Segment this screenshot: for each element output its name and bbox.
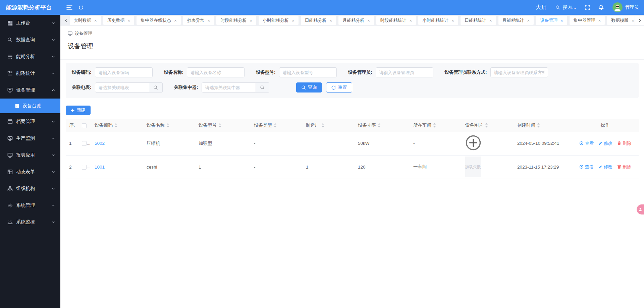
row-index: 2 <box>66 155 81 179</box>
related-concentrator-select[interactable] <box>202 82 256 93</box>
sidebar-item-energy-analysis[interactable]: 能耗分析 <box>0 48 60 65</box>
sort-icon[interactable] <box>274 123 277 128</box>
notification-bell-icon[interactable] <box>599 5 604 10</box>
tab-day-energy-stats[interactable]: 日能耗统计× <box>461 16 496 25</box>
global-search[interactable]: 搜索... <box>555 4 576 10</box>
col-header-device-image[interactable]: 设备图片 <box>465 119 517 132</box>
close-tab-icon[interactable]: × <box>94 18 97 23</box>
menu-collapse-icon[interactable] <box>66 5 72 10</box>
device-name-input[interactable] <box>187 67 245 77</box>
close-tab-icon[interactable]: × <box>410 18 412 23</box>
device-model-input[interactable] <box>279 67 337 77</box>
close-tab-icon[interactable]: × <box>598 18 601 23</box>
sort-icon[interactable] <box>433 123 436 128</box>
sidebar-item-organization[interactable]: 组织机构 <box>0 180 60 197</box>
tab-data-template[interactable]: 数据模版× <box>607 16 635 25</box>
edit-button[interactable]: 修改 <box>598 164 612 170</box>
sort-icon[interactable] <box>485 123 488 128</box>
tab-concentrator-mgmt[interactable]: 集中器管理× <box>570 16 605 25</box>
sort-icon[interactable] <box>537 123 540 128</box>
refresh-icon[interactable] <box>78 5 84 10</box>
row-checkbox[interactable] <box>82 165 87 170</box>
sidebar-item-production-monitor[interactable]: 生产监测 <box>0 130 60 147</box>
sort-icon[interactable] <box>378 123 381 128</box>
col-header-device-power[interactable]: 设备功率 <box>357 119 413 132</box>
sidebar-item-workbench[interactable]: 工作台 <box>0 15 60 32</box>
tab-hour-energy-stats[interactable]: 小时能耗统计× <box>418 16 458 25</box>
filter-device-admin-contact: 设备管理员联系方式: <box>445 67 548 77</box>
related-meter-select[interactable] <box>95 82 149 93</box>
image-add-icon[interactable] <box>465 135 481 151</box>
sort-icon[interactable] <box>321 123 324 128</box>
col-header-device-code[interactable]: 设备编码 <box>94 119 146 132</box>
tab-hour-energy-analysis[interactable]: 小时能耗分析× <box>259 16 299 25</box>
tab-realtime-data[interactable]: 实时数据× <box>70 16 101 25</box>
sidebar-item-dynamic-form[interactable]: 动态表单 <box>0 164 60 180</box>
tab-history-data[interactable]: 历史数据× <box>103 16 135 25</box>
floating-widget[interactable] <box>637 204 644 214</box>
sort-icon[interactable] <box>218 123 221 128</box>
close-tab-icon[interactable]: × <box>560 18 563 23</box>
col-header-workshop[interactable]: 所在车间 <box>413 119 465 132</box>
close-tab-icon[interactable]: × <box>367 18 370 23</box>
close-tab-icon[interactable]: × <box>489 18 492 23</box>
query-button[interactable]: 查询 <box>296 82 322 93</box>
view-button[interactable]: 查看 <box>579 140 594 146</box>
tab-day-energy-analysis[interactable]: 日能耗分析× <box>301 16 336 25</box>
col-header-device-type[interactable]: 设备类型 <box>253 119 305 132</box>
device-code-input[interactable] <box>95 67 153 77</box>
col-header-device-name[interactable]: 设备名称 <box>146 119 198 132</box>
close-tab-icon[interactable]: × <box>527 18 530 23</box>
create-button[interactable]: 新建 <box>66 106 91 115</box>
close-tab-icon[interactable]: × <box>128 18 130 23</box>
device-admin-input[interactable] <box>376 67 433 77</box>
sidebar-item-system-monitor[interactable]: 系统监控 <box>0 214 60 231</box>
col-header-manufacturer[interactable]: 制造厂 <box>305 119 357 132</box>
tabs-scroll-right-icon[interactable] <box>635 16 644 25</box>
view-button[interactable]: 查看 <box>579 164 594 170</box>
tab-month-energy-analysis[interactable]: 月能耗分析× <box>338 16 374 25</box>
close-tab-icon[interactable]: × <box>292 18 294 23</box>
device-admin-contact-input[interactable] <box>490 67 548 77</box>
tab-device-mgmt[interactable]: 设备管理× <box>536 16 567 25</box>
edit-button[interactable]: 修改 <box>598 140 612 146</box>
sidebar-subitem-device-ledger[interactable]: 设备台账 <box>0 99 60 113</box>
user-menu[interactable]: 管理员 <box>612 2 639 12</box>
big-screen-link[interactable]: 大屏 <box>536 4 547 11</box>
delete-button[interactable]: 删除 <box>617 164 631 170</box>
device-code-link[interactable]: 1001 <box>95 165 105 170</box>
close-tab-icon[interactable]: × <box>174 18 177 23</box>
related-concentrator-search-button[interactable] <box>256 82 269 93</box>
close-tab-icon[interactable]: × <box>451 18 454 23</box>
row-checkbox[interactable] <box>82 141 87 146</box>
sidebar-item-data-query[interactable]: 数据查询 <box>0 32 60 48</box>
col-header-created-time[interactable]: 创建时间 <box>517 119 572 132</box>
tabs-scroll-left-icon[interactable] <box>62 18 70 22</box>
sidebar-item-archive-mgmt[interactable]: 档案管理 <box>0 113 60 130</box>
tab-month-energy-stats[interactable]: 月能耗统计× <box>498 16 534 25</box>
avatar <box>612 2 623 12</box>
select-all-checkbox[interactable] <box>82 123 87 128</box>
sort-icon[interactable] <box>114 123 117 128</box>
sidebar-item-report-app[interactable]: 报表应用 <box>0 147 60 164</box>
tab-period-energy-analysis[interactable]: 时段能耗分析× <box>216 16 256 25</box>
sidebar-item-energy-stats[interactable]: 能耗统计 <box>0 65 60 82</box>
close-tab-icon[interactable]: × <box>330 18 332 23</box>
reset-button[interactable]: 重置 <box>326 82 352 93</box>
sidebar-item-system-mgmt[interactable]: 系统管理 <box>0 197 60 214</box>
close-tab-icon[interactable]: × <box>208 18 210 23</box>
sidebar-item-device-mgmt[interactable]: 设备管理 <box>0 82 60 99</box>
close-tab-icon[interactable]: × <box>632 18 634 23</box>
tab-period-energy-stats[interactable]: 时段能耗统计× <box>376 16 416 25</box>
col-header-device-model[interactable]: 设备型号 <box>198 119 253 132</box>
delete-button[interactable]: 删除 <box>617 140 631 146</box>
fullscreen-icon[interactable] <box>585 5 590 10</box>
tab-meter-read-exception[interactable]: 抄表异常× <box>183 16 214 25</box>
related-meter-search-button[interactable] <box>149 82 163 93</box>
device-code-link[interactable]: 5002 <box>95 141 105 146</box>
report-app-icon <box>7 152 13 158</box>
tab-concentrator-online-status[interactable]: 集中器在线状态× <box>137 16 181 25</box>
close-tab-icon[interactable]: × <box>250 18 252 23</box>
dynamic-form-icon <box>7 169 13 175</box>
sort-icon[interactable] <box>166 123 169 128</box>
